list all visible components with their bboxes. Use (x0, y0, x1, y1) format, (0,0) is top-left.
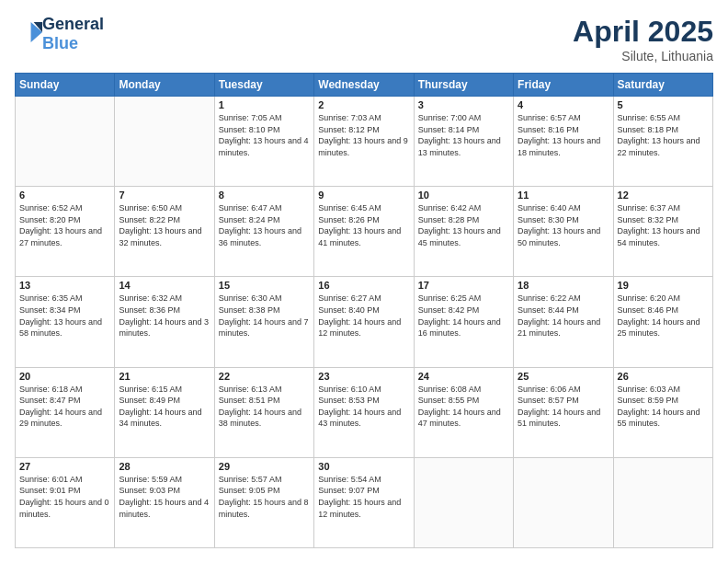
weekday-header-saturday: Saturday (613, 74, 712, 97)
calendar-cell: 18Sunrise: 6:22 AM Sunset: 8:44 PM Dayli… (514, 277, 613, 367)
calendar-week-row: 20Sunrise: 6:18 AM Sunset: 8:47 PM Dayli… (16, 367, 713, 457)
cell-info: Sunrise: 6:13 AM Sunset: 8:51 PM Dayligh… (219, 384, 310, 430)
calendar-cell: 22Sunrise: 6:13 AM Sunset: 8:51 PM Dayli… (214, 367, 313, 457)
calendar-cell: 4Sunrise: 6:57 AM Sunset: 8:16 PM Daylig… (514, 97, 613, 187)
title-section: April 2025 Silute, Lithuania (573, 15, 713, 63)
calendar-cell (514, 457, 613, 547)
day-number: 20 (19, 371, 110, 382)
cell-info: Sunrise: 6:37 AM Sunset: 8:32 PM Dayligh… (618, 202, 709, 248)
calendar-cell: 2Sunrise: 7:03 AM Sunset: 8:12 PM Daylig… (314, 97, 414, 187)
day-number: 28 (119, 461, 210, 472)
calendar-cell (115, 97, 214, 187)
calendar-cell: 21Sunrise: 6:15 AM Sunset: 8:49 PM Dayli… (115, 367, 214, 457)
calendar-cell: 15Sunrise: 6:30 AM Sunset: 8:38 PM Dayli… (214, 277, 313, 367)
day-number: 12 (618, 190, 709, 201)
day-number: 30 (318, 461, 409, 472)
weekday-header-wednesday: Wednesday (314, 74, 414, 97)
calendar-week-row: 13Sunrise: 6:35 AM Sunset: 8:34 PM Dayli… (16, 277, 713, 367)
calendar-cell: 9Sunrise: 6:45 AM Sunset: 8:26 PM Daylig… (314, 187, 414, 277)
day-number: 15 (219, 280, 310, 291)
day-number: 2 (318, 99, 409, 110)
cell-info: Sunrise: 6:25 AM Sunset: 8:42 PM Dayligh… (418, 293, 509, 339)
calendar-cell: 14Sunrise: 6:32 AM Sunset: 8:36 PM Dayli… (115, 277, 214, 367)
cell-info: Sunrise: 6:10 AM Sunset: 8:53 PM Dayligh… (318, 384, 409, 430)
cell-info: Sunrise: 5:54 AM Sunset: 9:07 PM Dayligh… (318, 474, 409, 520)
day-number: 21 (119, 371, 210, 382)
cell-info: Sunrise: 6:18 AM Sunset: 8:47 PM Dayligh… (19, 384, 110, 430)
weekday-header-friday: Friday (514, 74, 613, 97)
calendar-cell: 1Sunrise: 7:05 AM Sunset: 8:10 PM Daylig… (214, 97, 313, 187)
calendar-cell: 5Sunrise: 6:55 AM Sunset: 8:18 PM Daylig… (613, 97, 712, 187)
cell-info: Sunrise: 6:57 AM Sunset: 8:16 PM Dayligh… (518, 112, 609, 158)
day-number: 6 (19, 190, 110, 201)
day-number: 7 (119, 190, 210, 201)
day-number: 19 (618, 280, 709, 291)
day-number: 29 (219, 461, 310, 472)
calendar-cell: 26Sunrise: 6:03 AM Sunset: 8:59 PM Dayli… (613, 367, 712, 457)
day-number: 11 (518, 190, 609, 201)
calendar-cell: 7Sunrise: 6:50 AM Sunset: 8:22 PM Daylig… (115, 187, 214, 277)
calendar-cell (613, 457, 712, 547)
logo-text-line2: Blue (42, 34, 104, 53)
day-number: 13 (19, 280, 110, 291)
cell-info: Sunrise: 7:00 AM Sunset: 8:14 PM Dayligh… (418, 112, 509, 158)
day-number: 24 (418, 371, 509, 382)
day-number: 3 (418, 99, 509, 110)
cell-info: Sunrise: 6:40 AM Sunset: 8:30 PM Dayligh… (518, 202, 609, 248)
day-number: 16 (318, 280, 409, 291)
logo-icon (17, 19, 42, 45)
calendar-cell: 16Sunrise: 6:27 AM Sunset: 8:40 PM Dayli… (314, 277, 414, 367)
cell-info: Sunrise: 6:30 AM Sunset: 8:38 PM Dayligh… (219, 293, 310, 339)
day-number: 4 (518, 99, 609, 110)
calendar-cell: 13Sunrise: 6:35 AM Sunset: 8:34 PM Dayli… (16, 277, 115, 367)
logo: General Blue (15, 15, 104, 52)
calendar-cell: 27Sunrise: 6:01 AM Sunset: 9:01 PM Dayli… (16, 457, 115, 547)
calendar-cell: 3Sunrise: 7:00 AM Sunset: 8:14 PM Daylig… (414, 97, 513, 187)
cell-info: Sunrise: 6:45 AM Sunset: 8:26 PM Dayligh… (318, 202, 409, 248)
cell-info: Sunrise: 6:32 AM Sunset: 8:36 PM Dayligh… (119, 293, 210, 339)
calendar-week-row: 6Sunrise: 6:52 AM Sunset: 8:20 PM Daylig… (16, 187, 713, 277)
page: General Blue April 2025 Silute, Lithuani… (0, 0, 728, 563)
calendar-cell (414, 457, 513, 547)
cell-info: Sunrise: 6:47 AM Sunset: 8:24 PM Dayligh… (219, 202, 310, 248)
calendar-cell: 28Sunrise: 5:59 AM Sunset: 9:03 PM Dayli… (115, 457, 214, 547)
calendar-cell: 17Sunrise: 6:25 AM Sunset: 8:42 PM Dayli… (414, 277, 513, 367)
cell-info: Sunrise: 6:52 AM Sunset: 8:20 PM Dayligh… (19, 202, 110, 248)
header: General Blue April 2025 Silute, Lithuani… (15, 15, 713, 63)
calendar-week-row: 1Sunrise: 7:05 AM Sunset: 8:10 PM Daylig… (16, 97, 713, 187)
calendar-cell: 8Sunrise: 6:47 AM Sunset: 8:24 PM Daylig… (214, 187, 313, 277)
calendar-cell: 29Sunrise: 5:57 AM Sunset: 9:05 PM Dayli… (214, 457, 313, 547)
calendar-cell: 30Sunrise: 5:54 AM Sunset: 9:07 PM Dayli… (314, 457, 414, 547)
month-title: April 2025 (573, 15, 713, 49)
day-number: 17 (418, 280, 509, 291)
day-number: 1 (219, 99, 310, 110)
cell-info: Sunrise: 5:57 AM Sunset: 9:05 PM Dayligh… (219, 474, 310, 520)
day-number: 22 (219, 371, 310, 382)
weekday-header-row: SundayMondayTuesdayWednesdayThursdayFrid… (16, 74, 713, 97)
day-number: 5 (618, 99, 709, 110)
calendar-cell: 10Sunrise: 6:42 AM Sunset: 8:28 PM Dayli… (414, 187, 513, 277)
logo-text-line1: General (42, 15, 104, 34)
calendar-cell: 11Sunrise: 6:40 AM Sunset: 8:30 PM Dayli… (514, 187, 613, 277)
cell-info: Sunrise: 6:27 AM Sunset: 8:40 PM Dayligh… (318, 293, 409, 339)
day-number: 9 (318, 190, 409, 201)
day-number: 14 (119, 280, 210, 291)
cell-info: Sunrise: 6:55 AM Sunset: 8:18 PM Dayligh… (618, 112, 709, 158)
calendar-cell (16, 97, 115, 187)
day-number: 18 (518, 280, 609, 291)
cell-info: Sunrise: 6:42 AM Sunset: 8:28 PM Dayligh… (418, 202, 509, 248)
calendar-cell: 24Sunrise: 6:08 AM Sunset: 8:55 PM Dayli… (414, 367, 513, 457)
cell-info: Sunrise: 6:22 AM Sunset: 8:44 PM Dayligh… (518, 293, 609, 339)
calendar-cell: 12Sunrise: 6:37 AM Sunset: 8:32 PM Dayli… (613, 187, 712, 277)
calendar-cell: 19Sunrise: 6:20 AM Sunset: 8:46 PM Dayli… (613, 277, 712, 367)
calendar-cell: 23Sunrise: 6:10 AM Sunset: 8:53 PM Dayli… (314, 367, 414, 457)
weekday-header-monday: Monday (115, 74, 214, 97)
cell-info: Sunrise: 6:06 AM Sunset: 8:57 PM Dayligh… (518, 384, 609, 430)
calendar-cell: 6Sunrise: 6:52 AM Sunset: 8:20 PM Daylig… (16, 187, 115, 277)
day-number: 27 (19, 461, 110, 472)
day-number: 23 (318, 371, 409, 382)
cell-info: Sunrise: 6:15 AM Sunset: 8:49 PM Dayligh… (119, 384, 210, 430)
cell-info: Sunrise: 6:03 AM Sunset: 8:59 PM Dayligh… (618, 384, 709, 430)
calendar-cell: 25Sunrise: 6:06 AM Sunset: 8:57 PM Dayli… (514, 367, 613, 457)
calendar-table: SundayMondayTuesdayWednesdayThursdayFrid… (15, 73, 713, 548)
